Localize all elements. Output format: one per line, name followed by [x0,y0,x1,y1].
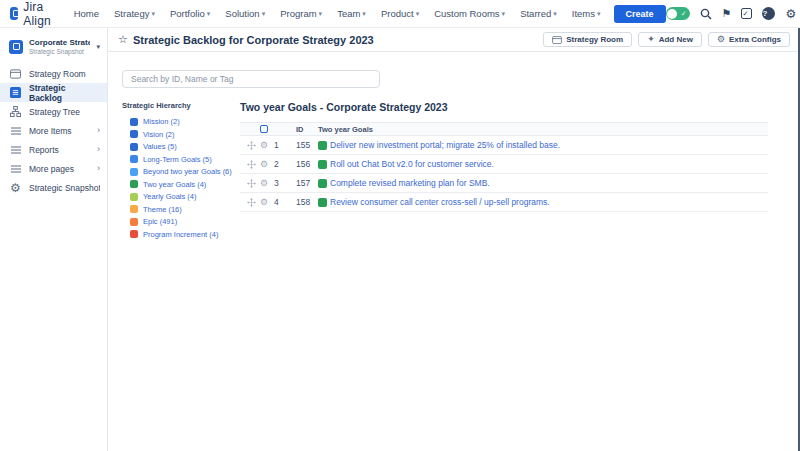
row-settings-icon[interactable]: ⚙ [260,160,270,169]
row-settings-icon[interactable]: ⚙ [260,179,270,188]
menu-item-custom-rooms[interactable]: Custom Rooms▾ [434,8,505,19]
search-icon[interactable] [700,8,712,20]
list-icon [10,165,21,173]
chevron-right-icon: › [97,164,100,173]
window-icon [552,36,562,44]
sidebar-item-reports[interactable]: Reports › [0,140,107,159]
gear-icon: ⚙ [10,182,21,194]
table-row: ⚙ 4 158 Review consumer call center cros… [240,193,768,212]
row-number: 2 [274,159,286,169]
goal-link[interactable]: Deliver new investment portal; migrate 2… [330,140,560,150]
goal-link[interactable]: Roll out Chat Bot v2.0 for customer serv… [330,159,494,169]
goal-color-swatch [318,141,327,150]
color-swatch [130,155,138,163]
content-area: Strategic Hierarchy Mission (2) Vision (… [108,52,800,451]
main-area: ☆ Strategic Backlog for Corporate Strate… [108,28,800,451]
goal-color-swatch [318,198,327,207]
chevron-down-icon: ▾ [362,10,366,17]
hierarchy-item-beyond-two-year-goals[interactable]: Beyond two year Goals (6) [130,167,236,176]
list-icon [10,146,21,154]
hierarchy-item-two-year-goals[interactable]: Two year Goals (4) [130,180,236,189]
chevron-down-icon[interactable]: ▾ [96,43,100,51]
chevron-down-icon: ▾ [207,10,211,17]
chevron-down-icon: ▾ [151,10,155,17]
window-icon [10,69,21,79]
row-number: 4 [274,197,286,207]
hierarchy-item-long-term-goals[interactable]: Long-Term Goals (5) [130,155,236,164]
color-swatch [130,230,138,238]
favorite-star-icon[interactable]: ☆ [118,34,128,45]
menu-item-strategy[interactable]: Strategy▾ [114,8,155,19]
sidebar-item-more-pages[interactable]: More pages › [0,159,107,178]
drag-handle-icon[interactable] [247,141,256,150]
chevron-down-icon: ▾ [502,10,506,17]
app-body: Corporate Strate... Strategic Snapshot ▾… [0,28,800,451]
row-settings-icon[interactable]: ⚙ [260,141,270,150]
menu-item-team[interactable]: Team▾ [337,8,366,19]
hierarchy-item-yearly-goals[interactable]: Yearly Goals (4) [130,192,236,201]
sidebar-item-strategic-snapshots[interactable]: ⚙ Strategic Snapshots s... [0,178,107,197]
menu-item-product[interactable]: Product▾ [381,8,419,19]
row-number: 3 [274,178,286,188]
sidebar-item-more-items[interactable]: More Items › [0,121,107,140]
search-input[interactable] [122,70,380,88]
create-button[interactable]: Create [614,5,666,23]
main-menu: Home Strategy▾ Portfolio▾ Solution▾ Prog… [74,8,601,19]
strategy-room-button[interactable]: Strategy Room [543,32,632,47]
hierarchy-item-vision[interactable]: Vision (2) [130,130,236,139]
row-settings-icon[interactable]: ⚙ [260,198,270,207]
color-swatch [130,193,138,201]
add-new-button[interactable]: ✦ Add New [638,32,702,47]
sidebar-item-strategy-room[interactable]: Strategy Room [0,64,107,83]
goal-link[interactable]: Complete revised marketing plan for SMB. [330,178,490,188]
plus-icon: ✦ [647,35,655,44]
row-id: 157 [296,178,314,188]
drag-handle-icon[interactable] [247,179,256,188]
drag-handle-icon[interactable] [247,198,256,207]
hierarchy-item-program-increment[interactable]: Program Increment (4) [130,230,236,239]
chevron-down-icon: ▾ [553,10,557,17]
menu-item-items[interactable]: Items▾ [572,8,601,19]
chevron-down-icon: ▾ [597,10,601,17]
backlog-icon [10,87,21,98]
toggle-check-icon: ✓ [681,7,687,20]
flag-icon[interactable]: ⚑ [722,7,732,20]
jira-align-logo[interactable]: Jira Align [10,0,56,28]
gear-icon[interactable]: ⚙ [785,8,796,20]
chevron-down-icon: ▾ [319,10,323,17]
snapshot-selector[interactable]: Corporate Strate... Strategic Snapshot ▾ [0,35,107,64]
sidebar-item-strategy-tree[interactable]: Strategy Tree [0,102,107,121]
hierarchy-title: Strategic Hierarchy [122,101,236,110]
extra-configs-button[interactable]: ⚙ Extra Configs [708,32,790,47]
menu-item-portfolio[interactable]: Portfolio▾ [170,8,210,19]
menu-item-solution[interactable]: Solution▾ [225,8,265,19]
hierarchy-item-mission[interactable]: Mission (2) [130,117,236,126]
row-id: 155 [296,140,314,150]
hierarchy-item-values[interactable]: Values (5) [130,142,236,151]
column-header-goals[interactable]: Two year Goals [318,125,768,134]
blue-grid-icon[interactable] [260,125,268,133]
snapshot-title: Corporate Strate... [29,38,90,47]
goal-color-swatch [318,160,327,169]
sidebar-nav: Strategy Room Strategic Backlog Strategy… [0,64,107,197]
list-icon [10,127,21,135]
color-swatch [130,118,138,126]
hierarchy-item-epic[interactable]: Epic (491) [130,217,236,226]
column-header-id[interactable]: ID [296,125,314,134]
menu-item-program[interactable]: Program▾ [280,8,322,19]
menu-item-home[interactable]: Home [74,8,99,19]
help-icon[interactable]: ? [762,7,775,20]
table-header: ID Two year Goals [240,122,768,136]
page-header: ☆ Strategic Backlog for Corporate Strate… [108,28,800,52]
hierarchy-item-theme[interactable]: Theme (16) [130,205,236,214]
nav-toggle-on[interactable]: ✓ [666,7,690,20]
row-id: 158 [296,197,314,207]
table-row: ⚙ 2 156 Roll out Chat Bot v2.0 for custo… [240,155,768,174]
menu-item-starred[interactable]: Starred▾ [520,8,557,19]
tasks-icon[interactable]: ✓ [741,8,752,19]
chevron-down-icon: ▾ [262,10,266,17]
sidebar-item-strategic-backlog[interactable]: Strategic Backlog [0,83,107,102]
drag-handle-icon[interactable] [247,160,256,169]
goal-link[interactable]: Review consumer call center cross-sell /… [330,197,550,207]
strategic-hierarchy-panel: Strategic Hierarchy Mission (2) Vision (… [122,101,236,239]
